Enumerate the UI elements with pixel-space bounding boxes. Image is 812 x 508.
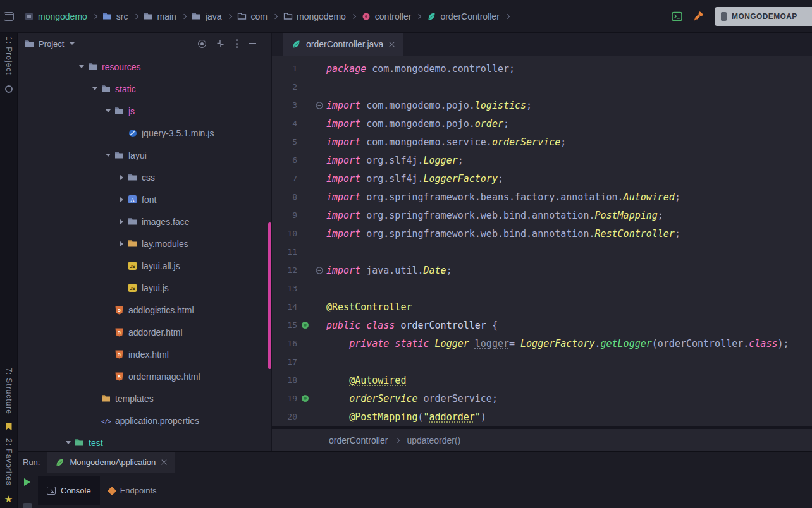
tab-endpoints[interactable]: Endpoints — [100, 476, 166, 505]
code-line[interactable]: 17 — [272, 353, 812, 371]
line-number[interactable]: 7 — [272, 174, 297, 183]
tree-row[interactable]: 5addlogistics.html — [18, 299, 271, 321]
breadcrumb-method[interactable]: updateorder() — [407, 435, 460, 445]
tree-row[interactable]: static — [18, 78, 271, 100]
terminal-icon[interactable] — [672, 11, 682, 21]
tree-row[interactable]: 5ordermanage.html — [18, 365, 271, 387]
line-number[interactable]: 15 — [272, 320, 297, 330]
breadcrumb-item[interactable]: mongodemo — [283, 11, 346, 21]
code-line[interactable]: 11 — [272, 243, 812, 261]
chevron-right-icon[interactable] — [120, 197, 123, 202]
line-number[interactable]: 14 — [272, 302, 297, 311]
tree-row[interactable]: 5index.html — [18, 343, 271, 365]
line-number[interactable]: 8 — [272, 192, 297, 202]
code-line[interactable]: 12import java.util.Date; — [272, 261, 812, 279]
line-number[interactable]: 4 — [272, 119, 297, 128]
run-config-chip[interactable]: MONGODEMOAP — [715, 7, 812, 26]
fold-icon[interactable] — [316, 267, 323, 274]
code-line[interactable]: 10import org.springframework.web.bind.an… — [272, 224, 812, 243]
chevron-right-icon[interactable] — [120, 241, 123, 246]
stop-button-partial[interactable] — [23, 503, 32, 508]
rerun-play-button[interactable] — [24, 478, 30, 486]
stripe-structure-button[interactable]: 7: Structure — [4, 368, 13, 414]
line-number[interactable]: 16 — [272, 339, 297, 348]
project-title[interactable]: Project — [39, 39, 64, 49]
line-number[interactable]: 1 — [272, 64, 297, 73]
line-number[interactable]: 18 — [272, 375, 297, 385]
breadcrumb-item[interactable]: mongodemo — [24, 11, 87, 21]
line-number[interactable]: 10 — [272, 229, 297, 238]
code-line[interactable]: 9import org.springframework.web.bind.ann… — [272, 206, 812, 224]
line-number[interactable]: 5 — [272, 137, 297, 147]
code-line[interactable]: 16 private static Logger logger= LoggerF… — [272, 334, 812, 353]
run-tab-close-icon[interactable] — [161, 459, 168, 466]
stripe-project-button[interactable]: 1: Project — [4, 37, 13, 75]
stripe-favorites-button[interactable]: 2: Favorites — [4, 438, 13, 486]
code-area[interactable]: 1package com.mongodemo.controller;23impo… — [272, 56, 812, 426]
tab-console[interactable]: Console — [38, 476, 100, 505]
line-number[interactable]: 11 — [272, 247, 297, 257]
tree-row[interactable]: templates — [18, 387, 271, 409]
run-configuration-tab[interactable]: MongodemoApplication — [47, 452, 175, 473]
spring-bean-icon[interactable] — [301, 321, 309, 329]
breadcrumb-item[interactable]: com — [237, 11, 268, 21]
app-window-icon[interactable] — [4, 12, 14, 21]
chevron-down-icon[interactable] — [70, 42, 75, 45]
chevron-right-icon[interactable] — [120, 175, 123, 180]
tree-row[interactable]: JSlayui.all.js — [18, 255, 271, 277]
code-line[interactable]: 14@RestController — [272, 298, 812, 316]
code-line[interactable]: 4import com.mongodemo.pojo.order; — [272, 114, 812, 133]
chevron-right-icon[interactable] — [120, 219, 123, 224]
breadcrumb-item[interactable]: main — [144, 11, 176, 21]
tree-row[interactable]: JSlayui.js — [18, 277, 271, 299]
code-line[interactable]: 20 @PostMapping("addorder") — [272, 408, 812, 426]
tree-row[interactable]: js — [18, 100, 271, 122]
code-line[interactable]: 3import com.mongodemo.pojo.logistics; — [272, 96, 812, 114]
editor-tab[interactable]: orderController.java — [283, 33, 403, 56]
code-line[interactable]: 7import org.slf4j.LoggerFactory; — [272, 169, 812, 188]
code-line[interactable]: 19 orderService orderService; — [272, 389, 812, 408]
tab-close-icon[interactable] — [388, 41, 395, 48]
code-line[interactable]: 13 — [272, 279, 812, 298]
line-number[interactable]: 9 — [272, 210, 297, 220]
line-number[interactable]: 6 — [272, 155, 297, 165]
project-scrollbar[interactable] — [268, 222, 271, 369]
chevron-down-icon[interactable] — [66, 441, 71, 444]
breadcrumb-item[interactable]: orderController — [426, 11, 499, 21]
line-number[interactable]: 13 — [272, 284, 297, 293]
line-number[interactable]: 20 — [272, 412, 297, 421]
breadcrumb-item[interactable]: controller — [361, 11, 412, 21]
tree-row[interactable]: lay.modules — [18, 233, 271, 255]
tree-row[interactable]: css — [18, 166, 271, 188]
bookmark-icon[interactable] — [6, 423, 12, 430]
tree-row[interactable]: test — [18, 432, 271, 451]
fold-icon[interactable] — [316, 102, 323, 109]
stripe-ring-icon[interactable] — [5, 85, 13, 93]
code-line[interactable]: 5import com.mongodemo.service.orderServi… — [272, 133, 812, 151]
code-line[interactable]: 6import org.slf4j.Logger; — [272, 151, 812, 169]
code-line[interactable]: 1package com.mongodemo.controller; — [272, 59, 812, 78]
line-number[interactable]: 12 — [272, 265, 297, 275]
code-line[interactable]: 15public class orderController { — [272, 316, 812, 334]
more-options-icon[interactable] — [235, 38, 239, 49]
code-line[interactable]: 2 — [272, 78, 812, 96]
rocket-icon[interactable] — [693, 11, 704, 21]
chevron-down-icon[interactable] — [106, 109, 111, 112]
locate-file-icon[interactable] — [198, 40, 206, 48]
tree-row[interactable]: images.face — [18, 210, 271, 233]
breadcrumb-item[interactable]: src — [102, 11, 128, 21]
tree-row[interactable]: Afont — [18, 188, 271, 210]
favorites-star-icon[interactable] — [4, 494, 14, 504]
tree-row[interactable]: resources — [18, 56, 271, 78]
tree-row[interactable]: layui — [18, 144, 271, 166]
tree-row[interactable]: </>application.properties — [18, 409, 271, 432]
hide-panel-icon[interactable] — [249, 43, 256, 44]
line-number[interactable]: 17 — [272, 357, 297, 366]
tree-row[interactable]: 5addorder.html — [18, 321, 271, 343]
breadcrumb-item[interactable]: java — [192, 11, 222, 21]
code-line[interactable]: 8import org.springframework.beans.factor… — [272, 188, 812, 206]
spring-bean-icon[interactable] — [301, 394, 309, 402]
chevron-down-icon[interactable] — [106, 154, 111, 157]
chevron-down-icon[interactable] — [92, 87, 97, 90]
collapse-all-icon[interactable] — [216, 40, 225, 48]
